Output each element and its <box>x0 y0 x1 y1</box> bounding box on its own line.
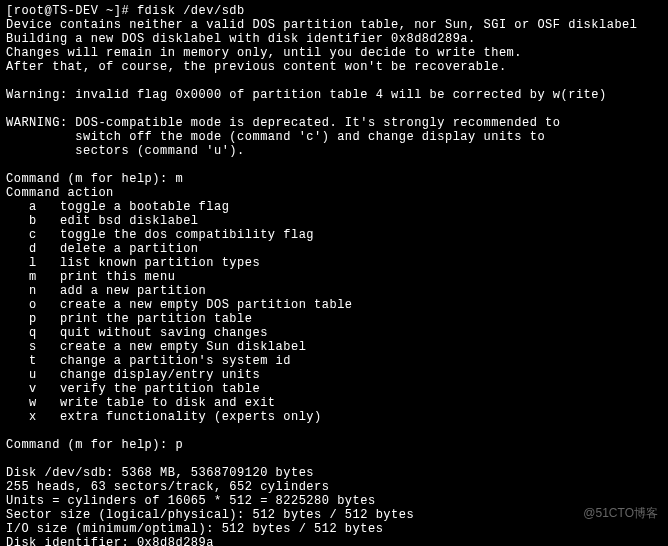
action-line: a toggle a bootable flag <box>6 200 662 214</box>
fdisk-prompt-line[interactable]: Command (m for help): m <box>6 172 662 186</box>
action-line: b edit bsd disklabel <box>6 214 662 228</box>
blank-line <box>6 74 662 88</box>
action-line: v verify the partition table <box>6 382 662 396</box>
action-line: t change a partition's system id <box>6 354 662 368</box>
blank-line <box>6 102 662 116</box>
action-line: w write table to disk and exit <box>6 396 662 410</box>
blank-line <box>6 424 662 438</box>
warning-line: sectors (command 'u'). <box>6 144 662 158</box>
action-line: c toggle the dos compatibility flag <box>6 228 662 242</box>
disk-info-line: Disk identifier: 0x8d8d289a <box>6 536 662 546</box>
fdisk-prompt-line[interactable]: Command (m for help): p <box>6 438 662 452</box>
disk-info-line: I/O size (minimum/optimal): 512 bytes / … <box>6 522 662 536</box>
action-line: m print this menu <box>6 270 662 284</box>
output-line: Changes will remain in memory only, unti… <box>6 46 662 60</box>
action-line: q quit without saving changes <box>6 326 662 340</box>
fdisk-input: m <box>175 172 183 186</box>
disk-info-line: Sector size (logical/physical): 512 byte… <box>6 508 662 522</box>
warning-line: WARNING: DOS-compatible mode is deprecat… <box>6 116 662 130</box>
disk-info-line: 255 heads, 63 sectors/track, 652 cylinde… <box>6 480 662 494</box>
action-header: Command action <box>6 186 662 200</box>
action-line: u change display/entry units <box>6 368 662 382</box>
action-line: o create a new empty DOS partition table <box>6 298 662 312</box>
action-line: x extra functionality (experts only) <box>6 410 662 424</box>
fdisk-prompt: Command (m for help): <box>6 172 175 186</box>
shell-command: fdisk /dev/sdb <box>137 4 245 18</box>
fdisk-input: p <box>175 438 183 452</box>
action-line: d delete a partition <box>6 242 662 256</box>
warning-line: Warning: invalid flag 0x0000 of partitio… <box>6 88 662 102</box>
shell-prompt-line[interactable]: [root@TS-DEV ~]# fdisk /dev/sdb <box>6 4 662 18</box>
warning-line: switch off the mode (command 'c') and ch… <box>6 130 662 144</box>
disk-info-line: Disk /dev/sdb: 5368 MB, 5368709120 bytes <box>6 466 662 480</box>
output-line: Building a new DOS disklabel with disk i… <box>6 32 662 46</box>
action-line: n add a new partition <box>6 284 662 298</box>
output-line: Device contains neither a valid DOS part… <box>6 18 662 32</box>
action-line: s create a new empty Sun disklabel <box>6 340 662 354</box>
action-line: p print the partition table <box>6 312 662 326</box>
blank-line <box>6 452 662 466</box>
output-line: After that, of course, the previous cont… <box>6 60 662 74</box>
disk-info-line: Units = cylinders of 16065 * 512 = 82252… <box>6 494 662 508</box>
fdisk-prompt: Command (m for help): <box>6 438 175 452</box>
blank-line <box>6 158 662 172</box>
watermark: @51CTO博客 <box>583 506 658 520</box>
shell-prompt: [root@TS-DEV ~]# <box>6 4 129 18</box>
action-line: l list known partition types <box>6 256 662 270</box>
